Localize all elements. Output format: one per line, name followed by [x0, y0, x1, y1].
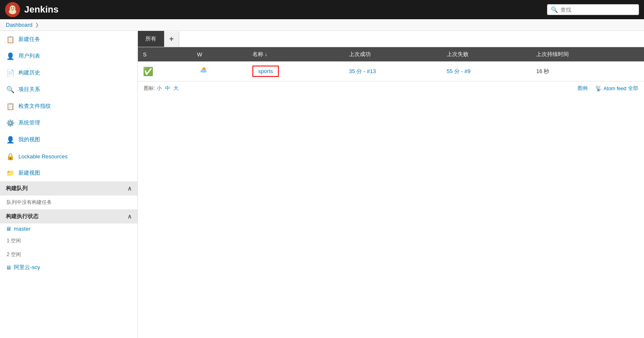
search-bar[interactable]: 🔍: [547, 4, 639, 15]
user-list-icon: 👤: [6, 51, 15, 61]
row-status: ✅: [138, 61, 192, 81]
sidebar-item-lockable-resources[interactable]: 🔒 Lockable Resources: [0, 148, 137, 165]
atom-feed-link[interactable]: 📡 Atom feed 全部: [595, 85, 638, 92]
svg-point-3: [11, 8, 12, 8]
build-status-label: 构建执行状态: [6, 213, 38, 220]
build-queue-empty: 队列中没有构建任务: [0, 196, 137, 209]
status-success-icon: ✅: [143, 67, 153, 76]
aliyun-monitor-icon: 🖥: [6, 264, 11, 271]
tab-all-label: 所有: [145, 36, 156, 42]
new-view-icon: 📁: [6, 168, 15, 178]
sidebar-item-project-relations[interactable]: 🔍 项目关系: [0, 81, 137, 98]
sidebar-item-new-task[interactable]: 📋 新建任务: [0, 31, 137, 48]
sidebar-item-label: Lockable Resources: [18, 153, 68, 160]
sidebar-item-build-history[interactable]: 📄 构建历史: [0, 64, 137, 81]
sidebar-item-new-view[interactable]: 📁 新建视图: [0, 165, 137, 181]
icon-size-label: 图标:: [144, 85, 155, 92]
job-table: S W 名称 ↓ 上次成功 上次失败 上次持续时间 ✅: [138, 47, 644, 81]
system-admin-icon: ⚙️: [6, 118, 15, 127]
col-s: S: [138, 47, 192, 61]
weather-icon: [197, 68, 208, 77]
layout: 📋 新建任务 👤 用户列表 📄 构建历史 🔍 项目关系 📋 检查文件指纹 ⚙️ …: [0, 31, 644, 338]
atom-feed-label: Atom feed: [603, 86, 626, 91]
build-history-icon: 📄: [6, 68, 15, 77]
sidebar-item-label: 新建任务: [18, 36, 40, 43]
my-views-icon: 👤: [6, 135, 15, 144]
aliyun-label: 阿里云-scy: [14, 264, 40, 271]
last-success-text[interactable]: 35 分 - #13: [349, 68, 376, 74]
col-name[interactable]: 名称 ↓: [247, 47, 344, 61]
check-file-icon: 📋: [6, 102, 15, 111]
sidebar-link-aliyun[interactable]: 🖥 阿里云-scy: [0, 262, 137, 273]
last-fail-text[interactable]: 55 分 - #9: [447, 68, 471, 74]
col-last-success: 上次成功: [344, 47, 442, 61]
sidebar-item-label: 项目关系: [18, 86, 40, 93]
tab-all[interactable]: 所有: [138, 31, 164, 47]
sidebar-item-label: 构建历史: [18, 69, 40, 76]
monitor-icon: 🖥: [6, 226, 11, 232]
breadcrumb: Dashboard ❯: [0, 19, 644, 31]
breadcrumb-dashboard[interactable]: Dashboard: [6, 22, 33, 28]
master-label: master: [14, 226, 31, 232]
executor-1-label: 1 空闲: [0, 234, 137, 248]
sidebar-item-label: 新建视图: [18, 169, 40, 177]
sidebar-item-label: 我的视图: [18, 136, 40, 143]
project-relations-icon: 🔍: [6, 85, 15, 94]
col-last-fail: 上次失败: [442, 47, 532, 61]
executor-2-label: 2 空闲: [0, 248, 137, 262]
search-input[interactable]: [560, 7, 635, 13]
row-weather: [192, 61, 247, 81]
build-queue-toggle: ∧: [127, 185, 132, 192]
sidebar-item-system-admin[interactable]: ⚙️ 系统管理: [0, 114, 137, 131]
header-left: Jenkins: [5, 2, 59, 17]
table-row: ✅ sports: [138, 61, 644, 81]
main-content: 所有 + S W 名称 ↓ 上次成功 上次失败 上次持续时间 ✅: [138, 31, 644, 338]
sidebar-item-my-views[interactable]: 👤 我的视图: [0, 131, 137, 148]
icon-size-controls: 图标: 小 中 大: [144, 85, 178, 92]
icon-size-large[interactable]: 大: [173, 85, 178, 92]
lockable-resources-icon: 🔒: [6, 152, 15, 161]
new-task-icon: 📋: [6, 35, 15, 44]
build-status-section[interactable]: 构建执行状态 ∧: [0, 209, 137, 224]
col-last-duration: 上次持续时间: [531, 47, 644, 61]
icon-size-small[interactable]: 小: [157, 85, 162, 92]
legend-link[interactable]: 图例: [578, 85, 588, 92]
build-queue-label: 构建队列: [6, 185, 28, 192]
sidebar: 📋 新建任务 👤 用户列表 📄 构建历史 🔍 项目关系 📋 检查文件指纹 ⚙️ …: [0, 31, 138, 338]
table-footer: 图标: 小 中 大 图例 📡 Atom feed 全部: [138, 81, 644, 95]
search-icon: 🔍: [551, 6, 558, 13]
last-duration-text: 16 秒: [536, 68, 549, 74]
sidebar-item-label: 检查文件指纹: [18, 102, 51, 110]
sidebar-item-user-list[interactable]: 👤 用户列表: [0, 48, 137, 64]
build-queue-section[interactable]: 构建队列 ∧: [0, 181, 137, 196]
sidebar-item-label: 用户列表: [18, 52, 40, 60]
build-status-toggle: ∧: [127, 213, 132, 220]
breadcrumb-arrow: ❯: [35, 22, 39, 28]
atom-feed-suffix: 全部: [628, 85, 638, 92]
add-tab-button[interactable]: +: [164, 31, 179, 47]
col-w: W: [192, 47, 247, 61]
sidebar-link-master[interactable]: 🖥 master: [0, 224, 137, 234]
row-name[interactable]: sports: [247, 61, 344, 81]
app-title: Jenkins: [24, 4, 59, 15]
footer-right: 图例 📡 Atom feed 全部: [578, 85, 638, 92]
sidebar-item-label: 系统管理: [18, 119, 40, 127]
header: Jenkins 🔍: [0, 0, 644, 19]
job-name-link[interactable]: sports: [252, 66, 279, 77]
row-last-fail: 55 分 - #9: [442, 61, 532, 81]
sidebar-item-check-file[interactable]: 📋 检查文件指纹: [0, 98, 137, 114]
tabs-bar: 所有 +: [138, 31, 644, 47]
svg-point-4: [13, 8, 14, 8]
row-last-duration: 16 秒: [531, 61, 644, 81]
row-last-success: 35 分 - #13: [344, 61, 442, 81]
icon-size-medium[interactable]: 中: [165, 85, 170, 92]
rss-icon: 📡: [595, 85, 602, 91]
table-header-row: S W 名称 ↓ 上次成功 上次失败 上次持续时间: [138, 47, 644, 61]
jenkins-logo: [5, 2, 20, 17]
